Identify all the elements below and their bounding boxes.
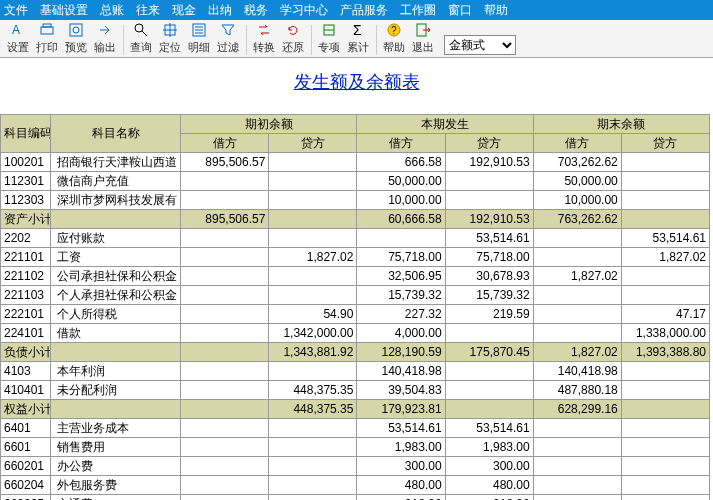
table-row[interactable]: 6401主营业务成本53,514.6153,514.61 (1, 419, 710, 438)
convert-icon (254, 21, 274, 39)
table-row[interactable]: 112301微信商户充值50,000.0050,000.00 (1, 172, 710, 191)
help-button[interactable]: ?帮助 (380, 21, 408, 55)
cell (269, 267, 357, 286)
cell (621, 419, 709, 438)
cell (181, 476, 269, 495)
toolbar-label: 过滤 (217, 40, 239, 55)
toolbar-label: 打印 (36, 40, 58, 55)
detail-icon (189, 21, 209, 39)
table-row[interactable]: 660205交通费218.00218.00 (1, 495, 710, 501)
special-button[interactable]: 专项 (315, 21, 343, 55)
header-credit: 贷方 (621, 134, 709, 153)
preview-icon (66, 21, 86, 39)
cell: 4,000.00 (357, 324, 445, 343)
menu-item[interactable]: 文件 (4, 2, 28, 19)
table-row[interactable]: 221102公司承担社保和公积金32,506.9530,678.931,827.… (1, 267, 710, 286)
cell: 54.90 (269, 305, 357, 324)
preview-button[interactable]: 预览 (62, 21, 90, 55)
menu-item[interactable]: 学习中心 (280, 2, 328, 19)
table-row[interactable]: 410401未分配利润448,375.3539,504.83487,880.18 (1, 381, 710, 400)
menu-item[interactable]: 工作圈 (400, 2, 436, 19)
cell (621, 381, 709, 400)
cell: 660204 (1, 476, 51, 495)
print-button[interactable]: 打印 (33, 21, 61, 55)
set-button[interactable]: A设置 (4, 21, 32, 55)
menu-item[interactable]: 帮助 (484, 2, 508, 19)
filter-button[interactable]: 过滤 (214, 21, 242, 55)
cell: 703,262.62 (533, 153, 621, 172)
cell: 219.59 (445, 305, 533, 324)
menu-item[interactable]: 产品服务 (340, 2, 388, 19)
menu-item[interactable]: 出纳 (208, 2, 232, 19)
cell: 交通费 (51, 495, 181, 501)
menu-item[interactable]: 现金 (172, 2, 196, 19)
cell: 1,343,881.92 (269, 343, 357, 362)
cell: 175,870.45 (445, 343, 533, 362)
export-icon (95, 21, 115, 39)
cell: 1,827.02 (533, 267, 621, 286)
cell: 个人承担社保和公积金 (51, 286, 181, 305)
menu-item[interactable]: 往来 (136, 2, 160, 19)
cell (181, 172, 269, 191)
table-row[interactable]: 权益小计448,375.35179,923.81628,299.16 (1, 400, 710, 419)
table-row[interactable]: 2202应付账款53,514.6153,514.61 (1, 229, 710, 248)
header-debit: 借方 (181, 134, 269, 153)
search-button[interactable]: 查询 (127, 21, 155, 55)
table-row[interactable]: 4103本年利润140,418.98140,418.98 (1, 362, 710, 381)
toolbar-label: 退出 (412, 40, 434, 55)
cell: 招商银行天津鞍山西道 (51, 153, 181, 172)
restore-button[interactable]: 还原 (279, 21, 307, 55)
export-button[interactable]: 输出 (91, 21, 119, 55)
sum-button[interactable]: Σ累计 (344, 21, 372, 55)
cell (269, 457, 357, 476)
cell: 本年利润 (51, 362, 181, 381)
table-row[interactable]: 112303深圳市梦网科技发展有10,000.0010,000.00 (1, 191, 710, 210)
detail-button[interactable]: 明细 (185, 21, 213, 55)
cell (533, 438, 621, 457)
cell: 外包服务费 (51, 476, 181, 495)
cell: 53,514.61 (621, 229, 709, 248)
table-row[interactable]: 660204外包服务费480.00480.00 (1, 476, 710, 495)
exit-button[interactable]: 退出 (409, 21, 437, 55)
locate-button[interactable]: 定位 (156, 21, 184, 55)
display-mode-select[interactable]: 金额式 (444, 35, 516, 55)
table-row[interactable]: 6601销售费用1,983.001,983.00 (1, 438, 710, 457)
table-row[interactable]: 221101工资1,827.0275,718.0075,718.001,827.… (1, 248, 710, 267)
cell: 1,338,000.00 (621, 324, 709, 343)
cell (269, 153, 357, 172)
cell (181, 305, 269, 324)
cell: 办公费 (51, 457, 181, 476)
menu-item[interactable]: 总账 (100, 2, 124, 19)
header-current: 本期发生 (357, 115, 533, 134)
menu-item[interactable]: 基础设置 (40, 2, 88, 19)
menu-item[interactable]: 税务 (244, 2, 268, 19)
cell (621, 153, 709, 172)
header-credit: 贷方 (269, 134, 357, 153)
menu-item[interactable]: 窗口 (448, 2, 472, 19)
toolbar-label: 输出 (94, 40, 116, 55)
cell (533, 305, 621, 324)
table-row[interactable]: 资产小计895,506.5760,666.58192,910.53763,262… (1, 210, 710, 229)
table-row[interactable]: 224101借款1,342,000.004,000.001,338,000.00 (1, 324, 710, 343)
convert-button[interactable]: 转换 (250, 21, 278, 55)
cell: 140,418.98 (357, 362, 445, 381)
cell (269, 495, 357, 501)
table-row[interactable]: 221103个人承担社保和公积金15,739.3215,739.32 (1, 286, 710, 305)
locate-icon (160, 21, 180, 39)
table-row[interactable]: 负债小计1,343,881.92128,190.59175,870.451,82… (1, 343, 710, 362)
cell: 660205 (1, 495, 51, 501)
cell: 448,375.35 (269, 400, 357, 419)
cell (51, 210, 181, 229)
cell (533, 286, 621, 305)
cell (357, 229, 445, 248)
svg-point-5 (135, 24, 143, 32)
svg-rect-3 (70, 24, 82, 36)
table-row[interactable]: 660201办公费300.00300.00 (1, 457, 710, 476)
cell (621, 438, 709, 457)
table-row[interactable]: 222101个人所得税54.90227.32219.5947.17 (1, 305, 710, 324)
cell (269, 476, 357, 495)
cell: 微信商户充值 (51, 172, 181, 191)
cell (269, 210, 357, 229)
table-row[interactable]: 100201招商银行天津鞍山西道895,506.57666.58192,910.… (1, 153, 710, 172)
cell: 1,827.02 (621, 248, 709, 267)
